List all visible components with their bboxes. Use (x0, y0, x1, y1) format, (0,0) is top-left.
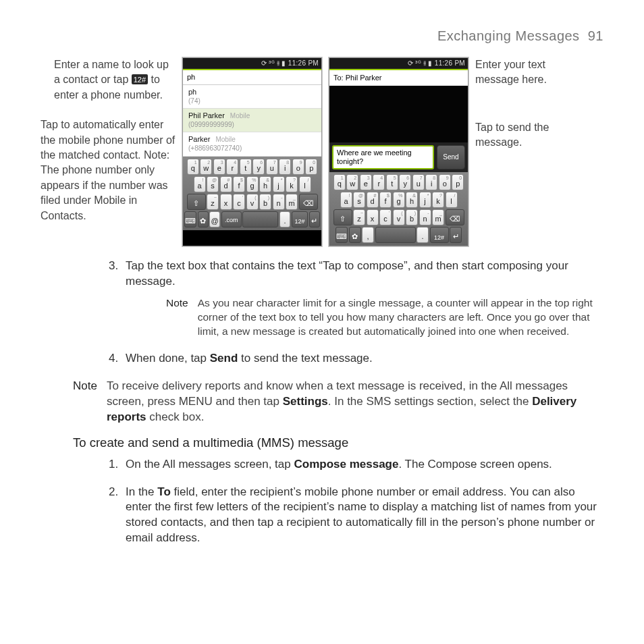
num-mode-icon: 12# (132, 74, 148, 84)
key-o[interactable]: o9 (292, 159, 304, 175)
step-3-note: Note As you near character limit for a s… (166, 296, 603, 339)
key-a[interactable]: a! (340, 192, 352, 208)
key-u[interactable]: u7 (412, 174, 425, 190)
key-x[interactable]: x (367, 209, 379, 225)
key-@[interactable]: @ (209, 211, 220, 227)
key-⌨[interactable]: ⌨ (336, 227, 348, 243)
key-x[interactable]: x (220, 194, 232, 210)
key-p[interactable]: p0 (305, 159, 317, 175)
key-w[interactable]: w2 (346, 174, 358, 190)
key-b[interactable]: b) (406, 209, 418, 225)
key-.com[interactable]: .com (221, 211, 242, 227)
key-a[interactable]: a! (194, 176, 206, 192)
send-button[interactable]: Send (437, 145, 465, 169)
key-↵[interactable]: ↵ (450, 227, 462, 243)
key-e[interactable]: e3 (213, 159, 225, 175)
key-d[interactable]: d# (367, 192, 379, 208)
key-✿[interactable]: ✿ (198, 211, 209, 227)
key-c[interactable]: c' (379, 209, 392, 225)
left-callouts: Enter a name to look up a contact or tap… (41, 57, 176, 223)
key-z[interactable]: z~ (207, 194, 219, 210)
key-u[interactable]: u7 (266, 159, 278, 175)
page-header: Exchanging Messages 91 (41, 27, 603, 45)
key-k[interactable]: k? (286, 176, 298, 192)
key-i[interactable]: i8 (425, 174, 437, 190)
key-o[interactable]: o9 (439, 174, 451, 190)
status-bar: ⟳ ³ᴳ ⫵ ▮ 11:26 PM (329, 58, 468, 69)
key-12#[interactable]: 12# (430, 227, 449, 243)
key-g[interactable]: g% (246, 176, 259, 192)
key-⇧[interactable]: ⇧ (187, 194, 206, 210)
page-note: Note To receive delivery reports and kno… (73, 379, 603, 425)
key-v[interactable]: v( (246, 194, 259, 210)
key-e[interactable]: e3 (360, 174, 372, 190)
key-z[interactable]: z~ (353, 209, 365, 225)
key-l[interactable]: l/ (299, 176, 311, 192)
contact-suggestion[interactable]: ParkerMobile(+886963072740) (183, 132, 321, 156)
key-j[interactable]: j* (419, 192, 431, 208)
key-⌫[interactable]: ⌫ (299, 194, 318, 210)
step-3: Tap the text box that contains the text … (122, 259, 603, 339)
key-r[interactable]: r4 (226, 159, 238, 175)
key-b[interactable]: b) (259, 194, 271, 210)
steps-list: Tap the text box that contains the text … (101, 259, 603, 367)
key-q[interactable]: q1 (333, 174, 346, 190)
key-↵[interactable]: ↵ (309, 211, 320, 227)
key-k[interactable]: k? (432, 192, 444, 208)
key-s[interactable]: s@ (353, 192, 365, 208)
phone-screenshots: ⟳ ³ᴳ ⫵ ▮ 11:26 PM ph ph(74)Phil ParkerMo… (182, 57, 468, 246)
section-title: Exchanging Messages (437, 28, 580, 43)
key-n[interactable]: n- (419, 209, 431, 225)
contact-suggestion[interactable]: Phil ParkerMobile(09999999999) (183, 109, 321, 132)
key-i[interactable]: i8 (279, 159, 291, 175)
key-⌨[interactable]: ⌨ (184, 211, 196, 227)
key-12#[interactable]: 12# (292, 211, 308, 227)
key-q[interactable]: q1 (187, 159, 199, 175)
key-m[interactable]: m_ (432, 209, 444, 225)
key-⇧[interactable]: ⇧ (333, 209, 352, 225)
key-v[interactable]: v( (393, 209, 405, 225)
key-y[interactable]: y6 (252, 159, 265, 175)
key-[interactable] (375, 227, 416, 243)
key-j[interactable]: j* (273, 176, 285, 192)
key-t[interactable]: t5 (386, 174, 398, 190)
key-h[interactable]: h& (406, 192, 418, 208)
key-l[interactable]: l/ (446, 192, 458, 208)
key-.[interactable]: . (417, 227, 429, 243)
key-.[interactable]: . (279, 211, 290, 227)
key-g[interactable]: g% (393, 192, 405, 208)
key-c[interactable]: c' (233, 194, 245, 210)
key-✿[interactable]: ✿ (349, 227, 361, 243)
key-,[interactable]: , (362, 227, 374, 243)
key-d[interactable]: d# (220, 176, 232, 192)
key-⌫[interactable]: ⌫ (446, 209, 464, 225)
key-h[interactable]: h& (259, 176, 271, 192)
compose-input[interactable]: Where are we meeting tonight? (332, 145, 434, 169)
status-time: 11:26 PM (435, 59, 465, 67)
figure-row: Enter a name to look up a contact or tap… (41, 57, 603, 246)
keyboard[interactable]: q1w2e3r4t5y6u7i8o9p0 a!s@d#f$g%h&j*k?l/ … (329, 172, 468, 246)
key-s[interactable]: s@ (207, 176, 219, 192)
key-r[interactable]: r4 (373, 174, 385, 190)
contact-suggestions: ph ph(74)Phil ParkerMobile(09999999999)P… (183, 69, 321, 157)
key-y[interactable]: y6 (399, 174, 411, 190)
status-icons: ⟳ ³ᴳ ⫵ ▮ (261, 59, 288, 67)
key-w[interactable]: w2 (200, 159, 212, 175)
to-search-input[interactable]: ph (183, 70, 321, 85)
key-[interactable] (242, 211, 278, 227)
key-p[interactable]: p0 (452, 174, 464, 190)
to-field[interactable]: To: Phil Parker (329, 69, 468, 86)
status-time: 11:26 PM (288, 59, 319, 67)
key-f[interactable]: f$ (233, 176, 245, 192)
key-n[interactable]: n- (273, 194, 285, 210)
status-bar: ⟳ ³ᴳ ⫵ ▮ 11:26 PM (183, 58, 321, 69)
contact-suggestion[interactable]: ph(74) (183, 85, 321, 109)
keyboard[interactable]: q1w2e3r4t5y6u7i8o9p0 a!s@d#f$g%h&j*k?l/ … (183, 157, 321, 230)
key-t[interactable]: t5 (240, 159, 252, 175)
phone-contact-lookup: ⟳ ³ᴳ ⫵ ▮ 11:26 PM ph ph(74)Phil ParkerMo… (182, 57, 322, 246)
callout-send: Tap to send the message. (475, 120, 570, 151)
mms-steps-list: On the All messages screen, tap Compose … (101, 457, 603, 547)
key-f[interactable]: f$ (379, 192, 392, 208)
key-m[interactable]: m_ (286, 194, 298, 210)
message-thread (329, 86, 468, 142)
